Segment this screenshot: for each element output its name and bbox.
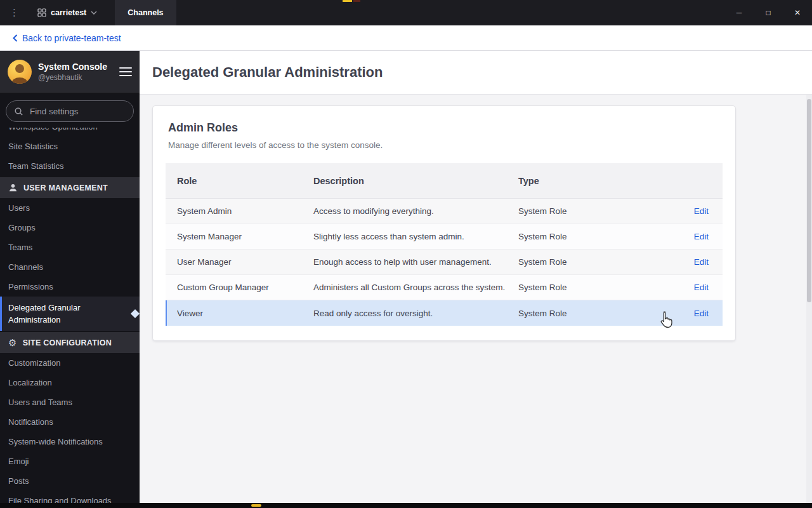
search-box (0, 93, 140, 128)
search-pill[interactable] (6, 100, 134, 122)
cell-description: Slightly less access than system admin. (313, 232, 518, 241)
scrollbar-thumb[interactable] (807, 99, 811, 302)
sidebar-item-customization[interactable]: Customization (0, 353, 140, 373)
edit-link[interactable]: Edit (694, 283, 709, 292)
sidebar: System Console @yesbhautik Workspace Opt… (0, 51, 140, 503)
cell-role: Viewer (177, 309, 313, 318)
sidebar-item-notifications[interactable]: Notifications (0, 412, 140, 432)
table-row: System Admin Access to modifying everyth… (166, 199, 723, 224)
card-subtitle: Manage different levels of access to the… (168, 140, 720, 150)
gear-icon: ⚙ (8, 338, 17, 347)
active-item-label: Delegated Granular Administration (8, 303, 80, 324)
sidebar-header: System Console @yesbhautik (0, 51, 140, 93)
minimize-button[interactable]: ─ (724, 0, 754, 25)
page-header: Delegated Granular Administration (140, 51, 812, 94)
cell-description: Read only access for oversight. (313, 309, 518, 318)
cell-role: System Manager (177, 232, 313, 241)
sidebar-item-groups[interactable]: Groups (0, 218, 140, 237)
maximize-button[interactable]: □ (754, 0, 783, 25)
background-artifact (251, 504, 261, 507)
titlebar: ⋮ carrietest Channels ─ □ ✕ (0, 0, 812, 25)
sidebar-item-channels[interactable]: Channels (0, 257, 140, 277)
col-role: Role (177, 176, 313, 186)
cell-type: System Role (518, 283, 665, 292)
table-row: User Manager Enough access to help with … (166, 250, 723, 275)
cell-role: User Manager (177, 257, 313, 267)
sidebar-item-workspace-optimization[interactable]: Workspace Optimization (0, 128, 140, 137)
edit-link[interactable]: Edit (694, 257, 709, 267)
user-icon (8, 183, 18, 192)
sidebar-item-posts[interactable]: Posts (0, 471, 140, 491)
section-site-configuration-label: SITE CONFIGURATION (23, 338, 112, 347)
cell-role: Custom Group Manager (177, 283, 313, 292)
table-row: Custom Group Manager Administers all Cus… (166, 275, 723, 300)
sidebar-item-permissions[interactable]: Permissions (0, 277, 140, 297)
window-controls: ─ □ ✕ (724, 0, 812, 25)
background-artifact (353, 0, 360, 2)
titlebar-left: ⋮ carrietest Channels (0, 0, 176, 25)
console-identity: System Console @yesbhautik (38, 62, 113, 82)
edit-link[interactable]: Edit (694, 309, 709, 318)
server-name: carrietest (51, 8, 86, 17)
col-description: Description (313, 176, 518, 186)
table-row: System Manager Slightly less access than… (166, 224, 723, 250)
sidebar-item-localization[interactable]: Localization (0, 373, 140, 392)
search-icon (14, 107, 23, 116)
cell-type: System Role (518, 206, 665, 216)
chevron-left-icon (13, 34, 18, 42)
cell-description: Access to modifying everything. (313, 206, 518, 216)
active-indicator (131, 309, 140, 318)
cell-type: System Role (518, 232, 665, 241)
avatar[interactable] (8, 60, 32, 84)
card-header: Admin Roles Manage different levels of a… (153, 106, 735, 163)
cell-description: Enough access to help with user manageme… (313, 257, 518, 267)
card-title: Admin Roles (168, 121, 720, 135)
scrollbar[interactable] (806, 94, 812, 503)
cell-role: System Admin (177, 206, 313, 216)
back-bar: Back to private-team-test (0, 25, 812, 51)
table-header-row: Role Description Type (166, 163, 723, 199)
cell-description: Administers all Custom Groups across the… (313, 283, 518, 292)
sidebar-item-team-statistics[interactable]: Team Statistics (0, 156, 140, 176)
sidebar-item-users[interactable]: Users (0, 198, 140, 218)
console-title: System Console (38, 62, 113, 72)
table-row-highlighted: Viewer Read only access for oversight. S… (166, 300, 723, 326)
col-type: Type (518, 176, 665, 186)
background-artifact (343, 0, 352, 2)
content-area: Admin Roles Manage different levels of a… (140, 94, 812, 503)
tab-channels[interactable]: Channels (115, 0, 176, 25)
user-handle: @yesbhautik (38, 73, 113, 82)
sidebar-item-teams[interactable]: Teams (0, 237, 140, 257)
cell-type: System Role (518, 309, 665, 318)
chevron-down-icon (91, 11, 97, 15)
section-user-management: USER MANAGEMENT (0, 177, 140, 198)
tab-channels-label: Channels (128, 8, 163, 17)
roles-table: Role Description Type System Admin Acces… (166, 163, 723, 326)
cell-type: System Role (518, 257, 665, 267)
sidebar-item-file-sharing-and-downloads[interactable]: File Sharing and Downloads (0, 491, 140, 503)
app-menu-icon[interactable]: ⋮ (0, 7, 27, 18)
server-selector[interactable]: carrietest (31, 4, 103, 21)
section-user-management-label: USER MANAGEMENT (23, 184, 108, 192)
back-link[interactable]: Back to private-team-test (13, 33, 121, 43)
main-content: Delegated Granular Administration Admin … (140, 51, 812, 503)
search-input[interactable] (29, 106, 126, 117)
sidebar-item-delegated-granular-administration[interactable]: Delegated Granular Administration (0, 297, 140, 331)
close-button[interactable]: ✕ (783, 0, 812, 25)
edit-link[interactable]: Edit (694, 232, 709, 241)
sidebar-item-emoji[interactable]: Emoji (0, 451, 140, 471)
page-title: Delegated Granular Administration (152, 64, 383, 81)
server-icon (37, 8, 46, 17)
sidebar-item-site-statistics[interactable]: Site Statistics (0, 137, 140, 156)
admin-roles-card: Admin Roles Manage different levels of a… (152, 105, 736, 341)
menu-icon[interactable] (119, 67, 132, 76)
edit-link[interactable]: Edit (694, 206, 709, 216)
back-link-label: Back to private-team-test (22, 33, 121, 43)
sidebar-item-system-wide-notifications[interactable]: System-wide Notifications (0, 432, 140, 451)
section-site-configuration: ⚙ SITE CONFIGURATION (0, 332, 140, 353)
background-window-strip (0, 503, 812, 508)
sidebar-item-users-and-teams[interactable]: Users and Teams (0, 392, 140, 412)
sidebar-nav: Workspace Optimization Site Statistics T… (0, 128, 140, 503)
